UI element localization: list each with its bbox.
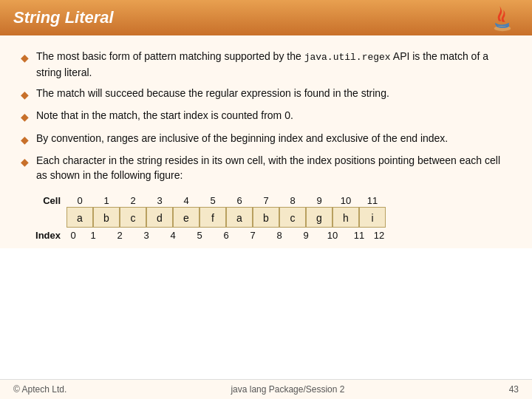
col-num: 11: [359, 195, 386, 206]
index-num: 6: [213, 230, 239, 241]
list-item: ◆ Each character in the string resides i…: [21, 153, 511, 183]
char-cell: d: [146, 207, 173, 228]
bullet-icon: ◆: [21, 87, 29, 102]
list-item: ◆ Note that in the match, the start inde…: [21, 108, 511, 124]
col-num: 8: [279, 195, 306, 206]
index-num: 1: [80, 230, 106, 241]
char-cell: b: [253, 207, 279, 228]
char-cell: c: [120, 207, 146, 228]
figure-container: Cell 0 1 2 3 4 5 6 7 8 9 10 11 a b c d e…: [21, 195, 511, 241]
list-item: ◆ The match will succeed because the reg…: [21, 86, 511, 102]
char-cell: i: [359, 207, 386, 228]
col-num: 9: [306, 195, 332, 206]
col-num: 4: [173, 195, 200, 206]
bullet-text-5: Each character in the string resides in …: [36, 153, 511, 183]
col-num: 6: [226, 195, 253, 206]
bullet-icon: ◆: [21, 132, 29, 147]
index-num: 7: [239, 230, 266, 241]
char-cell: a: [226, 207, 253, 228]
char-cell: e: [173, 207, 200, 228]
index-num: 9: [293, 230, 319, 241]
char-cell: f: [200, 207, 226, 228]
col-num: 3: [146, 195, 173, 206]
char-cell: h: [332, 207, 359, 228]
index-num: 3: [133, 230, 160, 241]
col-num: 7: [253, 195, 279, 206]
char-cell: a: [66, 207, 93, 228]
slide-content: ◆ The most basic form of pattern matchin…: [0, 35, 532, 248]
index-num: 12: [372, 230, 386, 241]
char-cell: c: [279, 207, 306, 228]
col-num: 1: [93, 195, 120, 206]
col-num: 2: [120, 195, 146, 206]
index-numbers-row: Index 0 1 2 3 4 5 6 7 8 9 10 11 12: [28, 230, 386, 241]
index-num: 4: [160, 230, 186, 241]
bullet-icon: ◆: [21, 50, 29, 65]
index-num: 5: [186, 230, 213, 241]
page-header: String Literal: [0, 0, 532, 35]
char-cells-row: a b c d e f a b c g h i: [28, 207, 386, 228]
index-num: 8: [266, 230, 293, 241]
cell-label: Cell: [28, 195, 66, 206]
col-num: 0: [66, 195, 93, 206]
index-num: 0: [66, 230, 80, 241]
slide-title: String Literal: [13, 8, 114, 27]
list-item: ◆ The most basic form of pattern matchin…: [21, 49, 511, 80]
java-logo-icon: [486, 1, 519, 34]
bullet-text-2: The match will succeed because the regul…: [36, 86, 389, 100]
index-num: 11: [346, 230, 372, 241]
bullet-text-4: By convention, ranges are inclusive of t…: [36, 131, 448, 146]
bullet-icon: ◆: [21, 109, 29, 124]
slide-footer: © Aptech Ltd. java lang Package/Session …: [0, 379, 532, 399]
index-num: 10: [319, 230, 346, 241]
bullet-text-1: The most basic form of pattern matching …: [36, 49, 511, 80]
index-label: Index: [28, 230, 66, 241]
index-num: 2: [106, 230, 133, 241]
cell-numbers-row: Cell 0 1 2 3 4 5 6 7 8 9 10 11: [28, 195, 386, 206]
char-cell: g: [306, 207, 332, 228]
char-cell: b: [93, 207, 120, 228]
bullet-icon: ◆: [21, 154, 29, 169]
col-num: 10: [332, 195, 359, 206]
bullet-text-3: Note that in the match, the start index …: [36, 108, 293, 123]
footer-page: 43: [509, 384, 519, 395]
col-num: 5: [200, 195, 226, 206]
bullet-list: ◆ The most basic form of pattern matchin…: [21, 49, 511, 183]
footer-copyright: © Aptech Ltd.: [13, 384, 66, 395]
footer-session: java lang Package/Session 2: [231, 384, 344, 395]
list-item: ◆ By convention, ranges are inclusive of…: [21, 131, 511, 147]
code-snippet-1: java.util.regex: [304, 52, 391, 63]
